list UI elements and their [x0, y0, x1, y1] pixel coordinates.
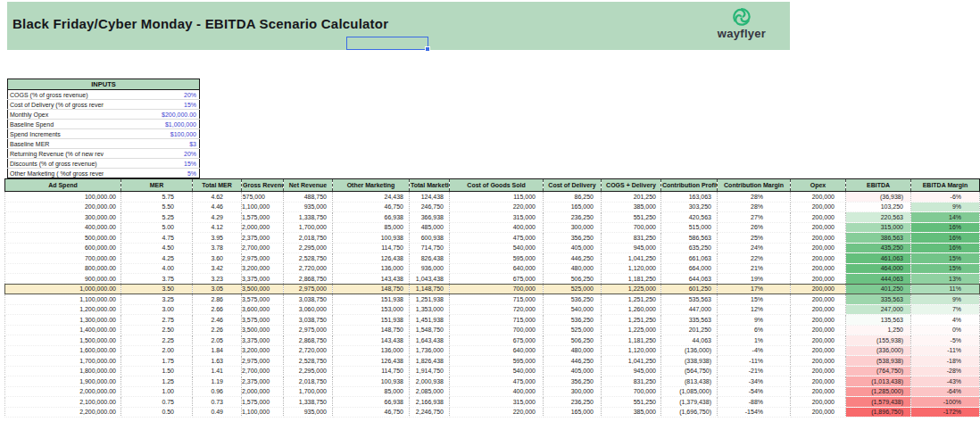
scenario-cell[interactable]: 21%	[718, 263, 791, 274]
scenario-cell[interactable]: -4%	[718, 345, 791, 356]
scenario-cell[interactable]: 9%	[911, 202, 980, 212]
scenario-cell[interactable]: 464,000	[846, 263, 911, 274]
column-header-other-marketing[interactable]: Other Marketing	[333, 179, 410, 192]
scenario-cell[interactable]: 100,000.00	[5, 192, 121, 203]
scenario-cell[interactable]: 2.50	[121, 325, 193, 335]
scenario-cell[interactable]: 1,575,000	[242, 397, 284, 408]
scenario-cell[interactable]: 900,000.00	[5, 274, 121, 285]
scenario-cell[interactable]: 1,900,000.00	[5, 376, 121, 387]
scenario-cell[interactable]: 485,000	[410, 222, 450, 233]
scenario-cell[interactable]: (136,000)	[661, 345, 718, 356]
scenario-cell[interactable]: -88%	[718, 397, 791, 408]
scenario-cell[interactable]: 586,563	[661, 233, 718, 244]
scenario-cell[interactable]: 1,700,000	[284, 222, 333, 233]
scenario-cell[interactable]: 148,750	[333, 325, 410, 335]
column-header-ebitda-margin[interactable]: EBITDA Margin	[911, 179, 980, 192]
scenario-cell[interactable]: 366,938	[410, 212, 450, 223]
scenario-cell[interactable]: 2,528,750	[284, 356, 333, 367]
scenario-cell[interactable]: 0.50	[121, 407, 193, 418]
column-header-total-marketing[interactable]: Total Marketing	[410, 179, 450, 192]
scenario-cell[interactable]: 640,000	[450, 263, 544, 274]
scenario-cell[interactable]: 12%	[718, 304, 791, 315]
scenario-cell[interactable]: 200,000	[791, 315, 846, 326]
scenario-cell[interactable]: 126,438	[333, 356, 410, 367]
scenario-cell[interactable]: 826,438	[410, 253, 450, 264]
scenario-cell[interactable]: 551,250	[602, 212, 661, 223]
scenario-cell[interactable]: 1,353,000	[410, 304, 450, 315]
scenario-cell[interactable]: 435,250	[846, 243, 911, 253]
input-value-cell[interactable]: 5%	[104, 169, 200, 178]
scenario-cell[interactable]: 3,200,000	[242, 263, 284, 274]
scenario-cell[interactable]: 114,750	[333, 243, 410, 253]
scenario-cell[interactable]: 200,000.00	[5, 202, 121, 212]
scenario-cell[interactable]: 46,750	[333, 407, 410, 418]
scenario-cell[interactable]: 0.73	[193, 397, 242, 408]
input-value-cell[interactable]: 20%	[104, 149, 200, 159]
scenario-cell[interactable]: 136,000	[333, 263, 410, 274]
scenario-cell[interactable]: 700,000	[602, 222, 661, 233]
scenario-cell[interactable]: 1,400,000.00	[5, 325, 121, 335]
scenario-cell[interactable]: 475,000	[450, 376, 544, 387]
scenario-cell[interactable]: 2.66	[193, 304, 242, 315]
scenario-cell[interactable]: 1.63	[193, 356, 242, 367]
scenario-cell[interactable]: 66,938	[333, 397, 410, 408]
scenario-cell[interactable]: 16%	[911, 222, 980, 233]
scenario-cell[interactable]: 236,250	[544, 397, 602, 408]
scenario-cell[interactable]: 2,200,000.00	[5, 407, 121, 418]
scenario-cell[interactable]: 201,250	[661, 325, 718, 335]
scenario-cell[interactable]: 15%	[718, 294, 791, 305]
scenario-cell[interactable]: 2,000,000	[242, 386, 284, 397]
scenario-cell[interactable]: 5.00	[121, 222, 193, 233]
scenario-cell[interactable]: 335,563	[661, 315, 718, 326]
scenario-cell[interactable]: 715,000	[450, 315, 544, 326]
scenario-cell[interactable]: 664,000	[661, 263, 718, 274]
column-header-opex[interactable]: Opex	[791, 179, 846, 192]
scenario-cell[interactable]: 2,000,000	[242, 222, 284, 233]
scenario-cell[interactable]: 595,000	[450, 356, 544, 367]
scenario-cell[interactable]: 3,060,000	[284, 304, 333, 315]
scenario-cell[interactable]: -100%	[911, 397, 980, 408]
scenario-cell[interactable]: 126,438	[333, 253, 410, 264]
scenario-cell[interactable]: 2.86	[193, 294, 242, 305]
scenario-cell[interactable]: 1,260,000	[602, 304, 661, 315]
scenario-cell[interactable]: 1,575,000	[242, 212, 284, 223]
scenario-cell[interactable]: 1,041,250	[602, 356, 661, 367]
scenario-cell[interactable]: 100,938	[333, 233, 410, 244]
scenario-cell[interactable]: 246,750	[410, 202, 450, 212]
scenario-cell[interactable]: 2.75	[121, 315, 193, 326]
scenario-cell[interactable]: 1,300,000.00	[5, 315, 121, 326]
scenario-cell[interactable]: 200,000	[791, 284, 846, 294]
scenario-cell[interactable]: 136,000	[333, 345, 410, 356]
scenario-cell[interactable]: 3.25	[121, 294, 193, 305]
scenario-cell[interactable]: 600,000.00	[5, 243, 121, 253]
scenario-cell[interactable]: 200,000	[791, 335, 846, 346]
scenario-cell[interactable]: 444,063	[846, 274, 911, 285]
scenario-cell[interactable]: 2,868,750	[284, 335, 333, 346]
scenario-cell[interactable]: 13%	[911, 274, 980, 285]
input-value-cell[interactable]: $3	[104, 139, 200, 149]
scenario-cell[interactable]: 0.49	[193, 407, 242, 418]
scenario-cell[interactable]: 165,000	[544, 202, 602, 212]
scenario-cell[interactable]: 2,975,000	[242, 356, 284, 367]
scenario-cell[interactable]: (1,696,750)	[661, 407, 718, 418]
scenario-cell[interactable]: 103,250	[846, 202, 911, 212]
scenario-cell[interactable]: 3,200,000	[242, 345, 284, 356]
scenario-cell[interactable]: 1%	[718, 335, 791, 346]
scenario-cell[interactable]: 3.50	[121, 284, 193, 294]
scenario-cell[interactable]: 201,250	[602, 192, 661, 203]
scenario-cell[interactable]: -54%	[718, 386, 791, 397]
column-header-total-mer[interactable]: Total MER	[193, 179, 242, 192]
scenario-cell[interactable]: 315,000	[846, 222, 911, 233]
scenario-cell[interactable]: 4.29	[193, 212, 242, 223]
scenario-cell[interactable]: 200,000	[791, 253, 846, 264]
scenario-cell[interactable]: 1.50	[121, 366, 193, 376]
scenario-cell[interactable]: 3.78	[193, 243, 242, 253]
scenario-cell[interactable]: 4%	[911, 315, 980, 326]
scenario-cell[interactable]: 200,000	[791, 294, 846, 305]
scenario-cell[interactable]: 85,000	[333, 386, 410, 397]
scenario-cell[interactable]: 1,120,000	[602, 345, 661, 356]
scenario-cell[interactable]: -172%	[911, 407, 980, 418]
scenario-cell[interactable]: 635,250	[661, 243, 718, 253]
scenario-cell[interactable]: (36,938)	[846, 192, 911, 203]
scenario-cell[interactable]: 4.50	[121, 243, 193, 253]
